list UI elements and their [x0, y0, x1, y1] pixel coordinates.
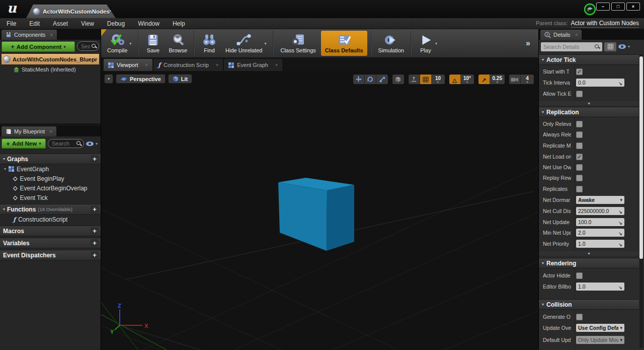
- details-search[interactable]: [541, 42, 602, 51]
- parent-class-link[interactable]: Actor with Custom Nodes: [571, 20, 639, 28]
- my-blueprint-search[interactable]: [48, 139, 84, 148]
- section-expander[interactable]: [539, 250, 639, 256]
- move-tool-button[interactable]: [353, 75, 365, 84]
- add-variable-button[interactable]: [91, 239, 99, 247]
- tutorial-badge-icon[interactable]: [584, 3, 596, 16]
- tab-my-blueprint[interactable]: My Blueprint: [2, 126, 56, 136]
- browse-button[interactable]: Browse: [165, 29, 191, 57]
- close-icon[interactable]: [50, 32, 53, 38]
- chevron-down-icon[interactable]: [628, 44, 630, 49]
- surface-snap-button[interactable]: [409, 75, 420, 84]
- checkbox[interactable]: [576, 154, 583, 160]
- menu-view[interactable]: View: [74, 20, 101, 27]
- checkbox[interactable]: [576, 314, 583, 320]
- close-icon[interactable]: [575, 32, 578, 38]
- graphs-section-header[interactable]: Graphs: [0, 154, 101, 164]
- checkbox[interactable]: [576, 164, 583, 171]
- section-expander[interactable]: [539, 100, 639, 106]
- checkbox[interactable]: [576, 175, 583, 181]
- construction-script-item[interactable]: ConstructionScript: [0, 215, 101, 224]
- expand-arrow-icon[interactable]: [4, 167, 6, 171]
- play-button[interactable]: Play: [414, 29, 441, 57]
- class-defaults-button[interactable]: Class Defaults: [321, 31, 367, 56]
- checkbox[interactable]: [576, 143, 583, 149]
- number-field[interactable]: 100.0: [576, 218, 624, 226]
- compile-button[interactable]: Compile: [103, 29, 135, 57]
- scale-tool-button[interactable]: [376, 75, 388, 84]
- toolbar-overflow-chevrons[interactable]: »: [526, 39, 536, 48]
- checkbox[interactable]: [576, 91, 583, 97]
- close-button[interactable]: ×: [626, 3, 640, 11]
- section-collision[interactable]: Collision: [539, 299, 639, 310]
- chevron-down-icon[interactable]: [96, 142, 98, 146]
- scale-snap-value-button[interactable]: 0.25: [490, 75, 505, 84]
- components-search-input[interactable]: [81, 43, 90, 49]
- visibility-eye-icon[interactable]: [618, 44, 626, 49]
- section-actor-tick[interactable]: Actor Tick: [539, 54, 639, 65]
- close-icon[interactable]: [275, 62, 278, 67]
- asset-tab[interactable]: ActorWithCustomNodes*: [26, 5, 116, 18]
- camera-speed-value-button[interactable]: 4: [521, 75, 534, 84]
- add-function-button[interactable]: [91, 205, 99, 214]
- event-actorbeginoverlap-item[interactable]: Event ActorBeginOverlap: [0, 183, 101, 193]
- event-tick-item[interactable]: Event Tick: [0, 193, 101, 202]
- minimize-button[interactable]: −: [596, 3, 610, 11]
- world-local-toggle-button[interactable]: [392, 75, 404, 84]
- close-icon[interactable]: [49, 129, 52, 134]
- menu-help[interactable]: Help: [166, 20, 192, 27]
- add-macro-button[interactable]: [91, 227, 99, 235]
- tab-viewport[interactable]: Viewport: [104, 59, 152, 71]
- scrollbar-thumb[interactable]: [639, 56, 643, 259]
- dropdown-disabled[interactable]: Only Update Mov: [576, 336, 624, 344]
- macros-section-header[interactable]: Macros: [0, 226, 101, 236]
- grid-snap-value-button[interactable]: 10: [432, 75, 445, 84]
- grid-snap-toggle-button[interactable]: [420, 75, 432, 84]
- save-button[interactable]: Save: [141, 29, 165, 57]
- tab-construction-script[interactable]: Construction Scrip: [153, 59, 223, 71]
- add-new-button[interactable]: Add New: [2, 138, 46, 149]
- visibility-eye-icon[interactable]: [86, 142, 94, 146]
- number-field[interactable]: 225000000.0: [576, 207, 624, 215]
- rotation-snap-value-button[interactable]: 10°: [461, 75, 474, 84]
- component-item-staticmesh[interactable]: StaticMesh (Inherited): [2, 64, 99, 75]
- scale-snap-toggle-button[interactable]: [478, 75, 490, 84]
- menu-window[interactable]: Window: [131, 20, 166, 27]
- display-options-button[interactable]: [604, 42, 616, 51]
- close-icon[interactable]: [145, 62, 148, 67]
- checkbox[interactable]: [576, 186, 583, 192]
- menu-edit[interactable]: Edit: [23, 20, 46, 27]
- 3d-viewport[interactable]: Z X Y Perspective: [101, 71, 538, 350]
- checkbox[interactable]: [576, 121, 583, 127]
- checkbox[interactable]: [576, 131, 583, 138]
- chevron-down-icon[interactable]: [264, 41, 266, 46]
- event-beginplay-item[interactable]: Event BeginPlay: [0, 174, 101, 183]
- number-field[interactable]: 1.0: [576, 283, 624, 291]
- add-graph-button[interactable]: [91, 155, 99, 163]
- simulation-button[interactable]: Simulation: [374, 29, 408, 57]
- section-replication[interactable]: Replication: [539, 107, 639, 117]
- number-field[interactable]: 0.0: [576, 79, 624, 87]
- lit-mode-button[interactable]: Lit: [168, 74, 192, 84]
- section-rendering[interactable]: Rendering: [539, 258, 639, 268]
- find-button[interactable]: Find: [197, 29, 221, 57]
- event-graph-item[interactable]: EventGraph: [0, 164, 101, 174]
- menu-file[interactable]: File: [0, 20, 23, 27]
- components-search[interactable]: [77, 41, 99, 51]
- rotate-tool-button[interactable]: [365, 75, 376, 84]
- chevron-down-icon[interactable]: [129, 41, 131, 46]
- tab-details[interactable]: i Details: [540, 30, 582, 40]
- number-field[interactable]: 1.0: [576, 240, 624, 248]
- rotation-snap-toggle-button[interactable]: [449, 75, 461, 84]
- dropdown[interactable]: Use Config Defau: [576, 324, 624, 332]
- my-blueprint-search-input[interactable]: [52, 141, 75, 147]
- perspective-button[interactable]: Perspective: [116, 74, 166, 84]
- tab-components[interactable]: Components: [2, 30, 57, 40]
- class-settings-button[interactable]: Class Settings: [276, 29, 319, 57]
- camera-speed-button[interactable]: [509, 75, 521, 84]
- number-field[interactable]: 2.0: [576, 229, 624, 237]
- variables-section-header[interactable]: Variables: [0, 238, 101, 248]
- close-icon[interactable]: [116, 9, 119, 15]
- functions-section-header[interactable]: Functions (18 Overridable): [0, 204, 101, 215]
- tab-event-graph[interactable]: Event Graph: [224, 59, 282, 71]
- viewport-options-button[interactable]: [104, 74, 113, 84]
